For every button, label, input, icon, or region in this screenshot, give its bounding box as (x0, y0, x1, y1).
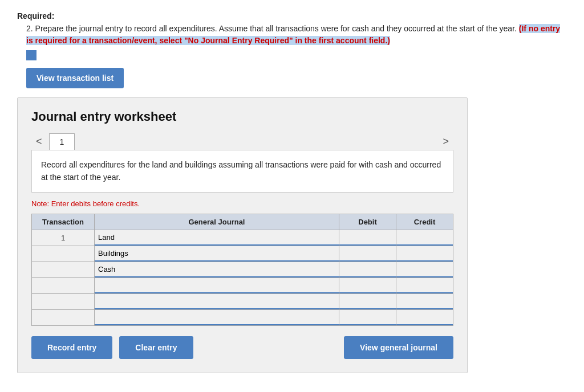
debit-input-2[interactable] (339, 246, 396, 262)
description-text: Record all expenditures for the land and… (41, 160, 441, 182)
transaction-num-3 (32, 262, 95, 277)
transaction-num-6 (32, 309, 95, 325)
debit-input-6[interactable] (339, 310, 396, 325)
debit-input-3[interactable] (339, 262, 396, 277)
table-row: 1 (32, 230, 453, 246)
credit-input-3[interactable] (396, 262, 453, 277)
account-cell-2 (95, 246, 339, 262)
account-cell-3 (95, 262, 339, 277)
transaction-num-1: 1 (32, 230, 95, 246)
table-row (32, 262, 453, 277)
tab-next-arrow[interactable]: > (438, 133, 453, 150)
debit-input-5[interactable] (339, 294, 396, 309)
account-cell-4 (95, 277, 339, 293)
buttons-row: Record entry Clear entry View general jo… (31, 336, 453, 359)
credit-input-4[interactable] (396, 278, 453, 293)
account-input-6[interactable] (95, 310, 339, 325)
note-text: Note: Enter debits before credits. (31, 199, 453, 208)
debit-cell-5 (339, 293, 396, 309)
account-cell-1 (95, 230, 339, 246)
description-box: Record all expenditures for the land and… (31, 150, 453, 193)
tab-1[interactable]: 1 (49, 133, 75, 150)
debit-input-4[interactable] (339, 278, 396, 293)
credit-input-2[interactable] (396, 246, 453, 262)
table-row (32, 293, 453, 309)
header-general-journal: General Journal (95, 214, 339, 230)
view-general-journal-button[interactable]: View general journal (344, 336, 453, 359)
instruction-text: 2. Prepare the journal entry to record a… (26, 23, 567, 47)
credit-input-5[interactable] (396, 294, 453, 309)
transaction-num-2 (32, 246, 95, 262)
header-transaction: Transaction (32, 214, 95, 230)
tab-navigation: < 1 > (31, 133, 453, 150)
debit-cell-3 (339, 262, 396, 277)
credit-cell-4 (396, 277, 453, 293)
debit-cell-1 (339, 230, 396, 246)
account-cell-5 (95, 293, 339, 309)
debit-cell-4 (339, 277, 396, 293)
table-row (32, 277, 453, 293)
credit-cell-2 (396, 246, 453, 262)
blue-square-indicator (26, 50, 36, 60)
table-row (32, 246, 453, 262)
view-transaction-button[interactable]: View transaction list (26, 68, 124, 88)
account-input-3[interactable] (95, 262, 339, 277)
record-entry-button[interactable]: Record entry (31, 336, 112, 359)
journal-table: Transaction General Journal Debit Credit… (31, 214, 453, 326)
instruction-number: 2. (26, 24, 33, 33)
instruction-text-before: Prepare the journal entry to record all … (35, 24, 517, 33)
header-credit: Credit (396, 214, 453, 230)
transaction-num-5 (32, 293, 95, 309)
transaction-num-4 (32, 277, 95, 293)
account-input-4[interactable] (95, 278, 339, 293)
header-debit: Debit (339, 214, 396, 230)
credit-cell-6 (396, 309, 453, 325)
account-cell-6 (95, 309, 339, 325)
worksheet-title: Journal entry worksheet (31, 109, 453, 124)
worksheet-container: Journal entry worksheet < 1 > Record all… (17, 97, 468, 373)
required-label: Required: (17, 11, 567, 21)
tab-prev-arrow[interactable]: < (31, 133, 47, 150)
credit-input-1[interactable] (396, 230, 453, 246)
credit-cell-5 (396, 293, 453, 309)
credit-cell-1 (396, 230, 453, 246)
debit-cell-2 (339, 246, 396, 262)
account-input-5[interactable] (95, 294, 339, 309)
account-input-1[interactable] (95, 230, 339, 246)
account-input-2[interactable] (95, 246, 339, 262)
clear-entry-button[interactable]: Clear entry (119, 336, 193, 359)
debit-cell-6 (339, 309, 396, 325)
credit-cell-3 (396, 262, 453, 277)
credit-input-6[interactable] (396, 310, 453, 325)
debit-input-1[interactable] (339, 230, 396, 246)
table-row (32, 309, 453, 325)
